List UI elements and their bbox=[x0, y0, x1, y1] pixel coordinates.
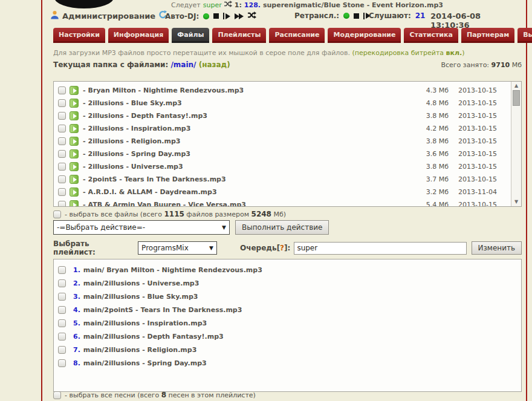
file-row: - 2illusions - Religion.mp3 3.8 Мб 2013-… bbox=[58, 135, 521, 148]
playlist-item-checkbox[interactable] bbox=[58, 359, 66, 367]
file-name: 2illusions - Inspiration.mp3 bbox=[88, 125, 420, 132]
file-checkbox[interactable] bbox=[58, 163, 66, 171]
action-select-value: -=Выбрать действие=- bbox=[57, 223, 145, 232]
queue-input[interactable] bbox=[294, 242, 466, 255]
playlist-item-checkbox[interactable] bbox=[58, 279, 66, 287]
playlist-item-name: main/2illusions - Inspiration.mp3 bbox=[83, 319, 207, 327]
file-checkbox[interactable] bbox=[58, 175, 66, 183]
file-play-button[interactable] bbox=[70, 111, 79, 120]
file-row: - 2illusions - Spring Day.mp3 3.6 Мб 201… bbox=[58, 148, 521, 160]
execute-action-button[interactable]: Выполнить действие bbox=[235, 220, 329, 235]
file-name: 2illusions - Spring Day.mp3 bbox=[88, 150, 420, 158]
file-name: A.R.D.I. & ALLAM - Daydream.mp3 bbox=[88, 188, 420, 196]
file-row: - A.R.D.I. & ALLAM - Daydream.mp3 3.2 Мб… bbox=[58, 186, 521, 198]
scroll-up-icon[interactable]: ▲ bbox=[511, 82, 521, 90]
user-icon bbox=[50, 10, 59, 21]
tab-settings[interactable]: Настройки bbox=[53, 28, 105, 43]
tab-information[interactable]: Информация bbox=[108, 28, 169, 43]
content-area: Следует super 1: 128. superenigmatic/Blu… bbox=[53, 0, 522, 401]
relay-stop-icon[interactable] bbox=[354, 13, 359, 19]
select-all-files-checkbox[interactable] bbox=[53, 210, 61, 218]
file-dash: - bbox=[83, 112, 86, 120]
recode-state: вкл. bbox=[446, 49, 462, 57]
songs-total-count: 8 bbox=[161, 391, 166, 399]
file-play-button[interactable] bbox=[70, 124, 79, 133]
file-play-button[interactable] bbox=[70, 99, 79, 108]
autodj-play-icon[interactable] bbox=[223, 13, 230, 19]
next-track-line: Следует super 1: 128. superenigmatic/Blu… bbox=[171, 1, 443, 9]
action-select[interactable]: -=Выбрать действие=- ▼ bbox=[53, 220, 230, 235]
autodj-shuffle-icon[interactable] bbox=[248, 11, 256, 21]
playlist-controls-row: Выбрать плейлист: ProgramsMix ▼ Очередь[… bbox=[53, 240, 522, 256]
nav-tabs: Настройки Информация Файлы Плейлисты Рас… bbox=[53, 28, 532, 43]
playlist-item: 2. main/2illusions - Universe.mp3 bbox=[58, 278, 521, 289]
playlist-item-name: main/2illusions - Universe.mp3 bbox=[83, 279, 199, 287]
playlist-item-checkbox[interactable] bbox=[58, 293, 66, 301]
right-border-line bbox=[526, 0, 527, 401]
disk-usage-unit: Мб bbox=[512, 61, 522, 69]
tab-playlists[interactable]: Плейлисты bbox=[212, 28, 266, 43]
file-play-button[interactable] bbox=[70, 175, 79, 184]
scrollbar-thumb[interactable] bbox=[513, 90, 520, 106]
file-date: 2013-10-15 bbox=[458, 99, 504, 107]
tab-moderation[interactable]: Модерирование bbox=[328, 28, 401, 43]
playlist-item-checkbox[interactable] bbox=[58, 266, 66, 274]
file-size: 3.8 Мб bbox=[420, 112, 449, 120]
autodj-stop-icon[interactable] bbox=[213, 13, 219, 19]
file-checkbox[interactable] bbox=[58, 201, 66, 207]
playlist-item-checkbox[interactable] bbox=[58, 306, 66, 314]
files-total-size: 5248 bbox=[251, 210, 271, 218]
playlist-item-checkbox[interactable] bbox=[58, 346, 66, 354]
file-play-button[interactable] bbox=[70, 137, 79, 146]
tab-logout[interactable]: Выход bbox=[517, 28, 532, 43]
select-all-songs-p1: - выбрать все песни (всего bbox=[65, 391, 161, 399]
file-checkbox[interactable] bbox=[58, 112, 66, 120]
file-date: 2013-10-15 bbox=[458, 86, 504, 94]
playlist-select[interactable]: ProgramsMix ▼ bbox=[138, 241, 217, 255]
file-checkbox[interactable] bbox=[58, 137, 66, 145]
autodj-next-icon[interactable] bbox=[235, 13, 244, 19]
relay-label: Ретрансл.: bbox=[294, 11, 339, 20]
file-size: 3.6 Мб bbox=[420, 150, 449, 158]
playlist-item-number: 5. bbox=[73, 319, 80, 327]
tab-files[interactable]: Файлы bbox=[172, 28, 209, 43]
file-checkbox[interactable] bbox=[58, 86, 66, 94]
file-checkbox[interactable] bbox=[58, 188, 66, 196]
file-play-button[interactable] bbox=[70, 187, 79, 197]
file-checkbox[interactable] bbox=[58, 150, 66, 158]
autodj-label: Авто-DJ: bbox=[165, 12, 199, 21]
file-dash: - bbox=[83, 137, 86, 145]
file-name: 2pointS - Tears In The Darkness.mp3 bbox=[88, 175, 420, 183]
file-play-button[interactable] bbox=[70, 162, 79, 171]
file-dash: - bbox=[83, 175, 86, 183]
scroll-down-icon[interactable]: ▼ bbox=[511, 198, 521, 206]
file-name: 2illusions - Religion.mp3 bbox=[88, 137, 420, 145]
file-name: ATB & Armin Van Buuren - Vice Versa.mp3 bbox=[88, 201, 420, 207]
tab-partners[interactable]: Партнерам bbox=[461, 28, 514, 43]
tab-schedule[interactable]: Расписание bbox=[269, 28, 325, 43]
folder-back-link[interactable]: (назад) bbox=[199, 60, 230, 69]
folder-label: Текущая папка с файлами: bbox=[53, 60, 168, 69]
file-play-button[interactable] bbox=[70, 200, 79, 207]
change-queue-button[interactable]: Изменить bbox=[472, 241, 522, 255]
folder-path: /main/ bbox=[170, 60, 196, 69]
file-play-button[interactable] bbox=[70, 86, 79, 95]
file-size: 3.8 Мб bbox=[420, 137, 449, 145]
next-queue-name: super bbox=[203, 1, 222, 9]
file-dash: - bbox=[83, 201, 86, 207]
playlist-item: 8. main/2illusions - Spring Day.mp3 bbox=[58, 357, 521, 368]
file-row: - 2illusions - Blue Sky.mp3 4.8 Мб 2013-… bbox=[58, 97, 521, 109]
file-checkbox[interactable] bbox=[58, 125, 66, 132]
playlist-item-checkbox[interactable] bbox=[58, 319, 66, 327]
file-row: - ATB & Armin Van Buuren - Vice Versa.mp… bbox=[58, 198, 521, 207]
file-list: - Bryan Milton - Nightime Rendezvous.mp3… bbox=[53, 81, 522, 207]
playlist-item-name: main/2illusions - Spring Day.mp3 bbox=[83, 359, 207, 367]
autodj-status-icon bbox=[203, 13, 209, 19]
select-all-songs-checkbox[interactable] bbox=[53, 391, 61, 399]
file-checkbox[interactable] bbox=[58, 99, 66, 107]
tab-statistics[interactable]: Статистика bbox=[404, 28, 458, 43]
playlist-item-checkbox[interactable] bbox=[58, 333, 66, 341]
playlist-item-name: main/2illusions - Blue Sky.mp3 bbox=[83, 293, 198, 301]
next-track-number: 128. bbox=[244, 1, 261, 9]
file-play-button[interactable] bbox=[70, 149, 79, 158]
